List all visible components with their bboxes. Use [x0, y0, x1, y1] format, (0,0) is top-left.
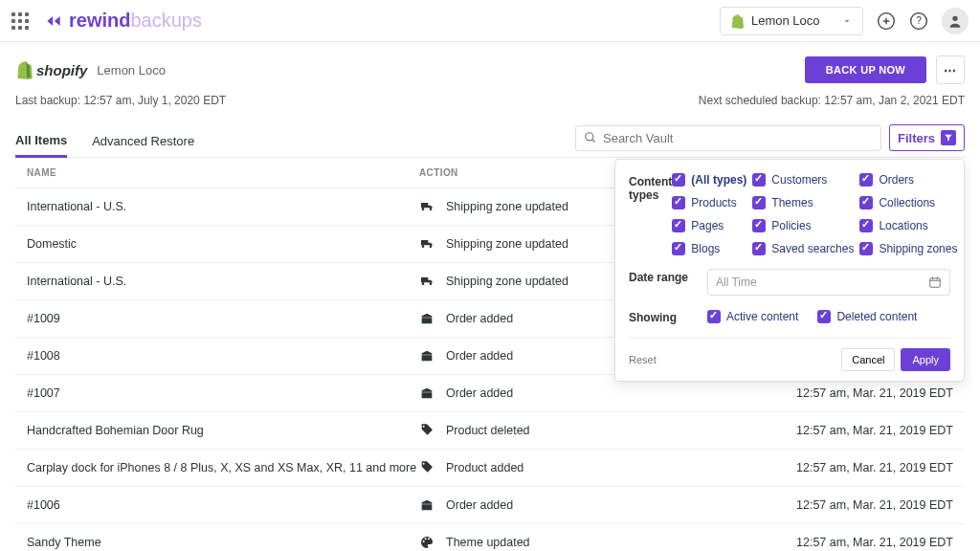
row-action: Order added	[446, 498, 513, 512]
svg-point-4	[586, 133, 593, 141]
row-name: International - U.S.	[27, 275, 419, 288]
row-name: Sandy Theme	[27, 536, 419, 549]
box-icon	[419, 311, 434, 326]
row-date: 12:57 am, Mar. 21, 2019 EDT	[697, 424, 953, 437]
chk-products[interactable]: Products	[672, 196, 746, 209]
truck-icon	[419, 199, 434, 214]
truck-icon	[419, 236, 434, 252]
user-avatar[interactable]	[942, 8, 969, 34]
table-row[interactable]: Carplay dock for iPhones 8 / 8 Plus, X, …	[15, 450, 965, 487]
date-range-label: Date range	[629, 269, 707, 296]
tab-advanced-restore[interactable]: Advanced Restore	[92, 126, 194, 156]
calendar-icon	[928, 276, 942, 289]
date-range-value: All Time	[716, 276, 928, 289]
filters-button[interactable]: Filters	[889, 124, 965, 151]
truck-icon	[419, 274, 434, 289]
table-row[interactable]: #1006Order added12:57 am, Mar. 21, 2019 …	[15, 487, 965, 524]
row-action: Product deleted	[446, 424, 530, 437]
row-action: Order added	[446, 312, 513, 325]
brand-backups: backups	[130, 10, 202, 32]
date-range-input[interactable]: All Time	[707, 269, 950, 296]
row-action: Shipping zone updated	[446, 200, 568, 213]
next-backup-text: Next scheduled backup: 12:57 am, Jan 2, …	[699, 94, 965, 107]
shopify-bag-icon	[730, 13, 744, 29]
box-icon	[419, 386, 434, 401]
tab-all-items[interactable]: All Items	[15, 125, 67, 158]
row-name: #1008	[27, 349, 419, 363]
rewind-icon	[44, 11, 63, 31]
funnel-icon	[941, 130, 956, 145]
account-name: Lemon Loco	[751, 13, 820, 28]
chk-active-content[interactable]: Active content	[707, 309, 798, 324]
apply-button[interactable]: Apply	[901, 348, 950, 371]
row-date: 12:57 am, Mar. 21, 2019 EDT	[697, 498, 953, 512]
chk-orders[interactable]: Orders	[859, 173, 957, 187]
account-dropdown[interactable]: Lemon Loco	[720, 7, 863, 35]
row-name: International - U.S.	[27, 200, 419, 213]
filter-panel: Content types (All types) Customers Orde…	[614, 159, 965, 382]
row-action: Shipping zone updated	[446, 237, 568, 251]
tag-icon	[419, 423, 434, 438]
row-date: 12:57 am, Mar. 21, 2019 EDT	[697, 386, 953, 400]
add-button[interactable]	[877, 11, 896, 31]
row-name: Carplay dock for iPhones 8 / 8 Plus, X, …	[27, 461, 419, 474]
chk-policies[interactable]: Policies	[752, 219, 854, 232]
row-action: Order added	[446, 386, 513, 400]
svg-point-3	[952, 15, 957, 20]
box-icon	[419, 497, 434, 513]
row-date: 12:57 am, Mar. 21, 2019 EDT	[697, 536, 953, 549]
search-input-wrap[interactable]	[575, 125, 881, 151]
platform-name: shopify	[36, 62, 87, 78]
chk-deleted-content[interactable]: Deleted content	[817, 309, 917, 324]
chk-all-types[interactable]: (All types)	[672, 173, 746, 187]
row-date: 12:57 am, Mar. 21, 2019 EDT	[697, 461, 953, 474]
row-name: #1009	[27, 312, 419, 325]
svg-rect-5	[930, 278, 941, 287]
chk-themes[interactable]: Themes	[752, 196, 854, 209]
chk-pages[interactable]: Pages	[672, 219, 746, 232]
more-options-button[interactable]: ⋯	[936, 55, 965, 84]
row-action: Order added	[446, 349, 513, 363]
row-action: Shipping zone updated	[446, 275, 568, 288]
last-backup-text: Last backup: 12:57 am, July 1, 2020 EDT	[15, 94, 226, 107]
chk-customers[interactable]: Customers	[752, 173, 854, 187]
row-name: Handcrafted Bohemian Door Rug	[27, 424, 419, 437]
row-name: #1007	[27, 386, 419, 400]
chk-saved-searches[interactable]: Saved searches	[752, 242, 854, 255]
tag-icon	[419, 460, 434, 475]
chk-shipping-zones[interactable]: Shipping zones	[859, 242, 957, 255]
table-row[interactable]: Sandy ThemeTheme updated12:57 am, Mar. 2…	[15, 524, 965, 551]
row-action: Theme updated	[446, 536, 530, 549]
palette-icon	[419, 535, 434, 550]
chevron-down-icon	[841, 15, 853, 27]
help-button[interactable]: ?	[909, 11, 928, 31]
apps-grid-icon[interactable]	[11, 12, 29, 30]
brand-logo: rewindbackups	[44, 10, 202, 32]
row-name: Domestic	[27, 237, 419, 251]
row-action: Product added	[446, 461, 523, 474]
reset-link[interactable]: Reset	[629, 354, 657, 365]
backup-now-button[interactable]: BACK UP NOW	[805, 56, 926, 83]
filters-label: Filters	[898, 131, 935, 145]
chk-blogs[interactable]: Blogs	[672, 242, 746, 255]
content-types-label: Content types	[629, 173, 672, 255]
brand-rewind: rewind	[69, 10, 130, 32]
box-icon	[419, 348, 434, 364]
store-name: Lemon Loco	[97, 63, 166, 77]
showing-label: Showing	[629, 309, 707, 324]
row-name: #1006	[27, 498, 419, 512]
chk-collections[interactable]: Collections	[859, 196, 957, 209]
search-input[interactable]	[603, 131, 873, 145]
table-row[interactable]: Handcrafted Bohemian Door RugProduct del…	[15, 412, 965, 450]
svg-text:?: ?	[916, 15, 922, 26]
chk-locations[interactable]: Locations	[859, 219, 957, 232]
col-name-header: NAME	[27, 167, 419, 178]
cancel-button[interactable]: Cancel	[841, 348, 895, 371]
search-icon	[584, 131, 597, 144]
platform-logo: shopify	[15, 60, 87, 79]
